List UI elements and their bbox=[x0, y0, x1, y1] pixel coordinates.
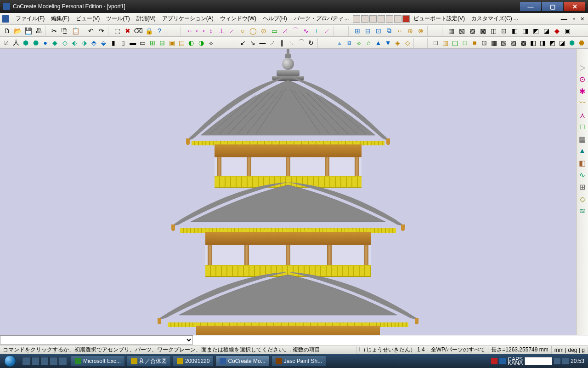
tray-network-icon[interactable] bbox=[554, 358, 560, 364]
right-tool-0-icon[interactable]: ▷ bbox=[578, 63, 587, 72]
construction-icon[interactable]: ⟋ bbox=[322, 26, 332, 36]
arc-icon[interactable]: ⌒ bbox=[290, 26, 300, 36]
start-button[interactable] bbox=[1, 355, 19, 368]
view-5-icon[interactable]: ◫ bbox=[488, 26, 498, 36]
sel-7-icon[interactable]: ▦ bbox=[489, 38, 498, 48]
menu-tool[interactable]: ツール(T) bbox=[103, 14, 132, 23]
dim-2-icon[interactable]: ⊕ bbox=[405, 26, 415, 36]
solid-4-icon[interactable]: ⬗ bbox=[79, 38, 89, 48]
toolbar-toggle-icon-3[interactable] bbox=[369, 15, 377, 23]
open-icon[interactable]: 📂 bbox=[12, 26, 23, 36]
sel-14-icon[interactable]: ◪ bbox=[558, 38, 567, 48]
select-icon[interactable]: ⬚ bbox=[112, 26, 122, 36]
gear-icon[interactable] bbox=[2, 15, 9, 23]
view-6-icon[interactable]: ⊡ bbox=[499, 26, 509, 36]
dim-1-icon[interactable]: ↔ bbox=[395, 26, 405, 36]
redo-icon[interactable]: ↷ bbox=[96, 26, 107, 36]
right-tool-8-icon[interactable]: ◧ bbox=[578, 158, 587, 167]
mod-1-icon[interactable]: ⟁ bbox=[335, 38, 344, 48]
close-button[interactable]: ✕ bbox=[564, 2, 585, 11]
view-3-icon[interactable]: ▨ bbox=[467, 26, 477, 36]
view-4-icon[interactable]: ▩ bbox=[478, 26, 488, 36]
menu-measure[interactable]: 計測(M) bbox=[134, 14, 158, 23]
taskbar-cocreate[interactable]: CoCreate Mo... bbox=[215, 356, 269, 367]
sel-3-icon[interactable]: ◫ bbox=[451, 38, 460, 48]
solid-6-icon[interactable]: ⬙ bbox=[99, 38, 108, 48]
view-7-icon[interactable]: ◧ bbox=[509, 26, 520, 36]
edge-8-icon[interactable]: ↻ bbox=[306, 38, 316, 48]
right-tool-2-icon[interactable]: ✱ bbox=[578, 86, 587, 96]
sel-15-icon[interactable]: ⬢ bbox=[567, 38, 577, 48]
copy-icon[interactable]: ⿻ bbox=[60, 26, 70, 36]
constraint-2-icon[interactable]: ⊟ bbox=[363, 26, 373, 36]
sel-4-icon[interactable]: □ bbox=[460, 38, 469, 48]
loft-icon[interactable]: ▭ bbox=[138, 38, 147, 48]
right-tool-3-icon[interactable]: 〰 bbox=[578, 98, 587, 108]
right-tool-5-icon[interactable]: □ bbox=[578, 122, 587, 132]
toolbar-toggle-icon-4[interactable] bbox=[378, 15, 385, 23]
toolbar-toggle-icon-2[interactable] bbox=[361, 15, 368, 23]
view-2-icon[interactable]: ▧ bbox=[457, 26, 467, 36]
right-tool-1-icon[interactable]: ⊙ bbox=[578, 75, 587, 84]
lock-icon[interactable]: 🔒 bbox=[144, 26, 154, 36]
delete-icon[interactable]: ⌫ bbox=[133, 26, 143, 36]
solid-5-icon[interactable]: ⬘ bbox=[90, 38, 99, 48]
mod-8-icon[interactable]: ◇ bbox=[403, 38, 412, 48]
line-tan-icon[interactable]: ⟋ bbox=[227, 26, 237, 36]
solid-cyl-icon[interactable]: ⬣ bbox=[31, 38, 40, 48]
view-12-icon[interactable]: ▣ bbox=[562, 26, 572, 36]
bool-2-icon[interactable]: ⊟ bbox=[158, 38, 167, 48]
dim-3-icon[interactable]: ⊗ bbox=[416, 26, 426, 36]
view-10-icon[interactable]: ◪ bbox=[541, 26, 551, 36]
solid-box-icon[interactable]: ⬢ bbox=[21, 38, 30, 48]
toolbar-toggle-icon-7[interactable] bbox=[402, 15, 410, 23]
taskbar-excel[interactable]: Microsoft Exc... bbox=[71, 356, 125, 367]
ql-4-icon[interactable] bbox=[50, 357, 58, 365]
menu-customize[interactable]: カスタマイズ(C) ... bbox=[469, 14, 521, 23]
ql-2-icon[interactable] bbox=[31, 357, 40, 365]
point-icon[interactable]: + bbox=[311, 26, 322, 36]
tray-clock[interactable]: 20:53 bbox=[571, 358, 584, 364]
cut-icon[interactable]: ✂ bbox=[49, 26, 59, 36]
viewport[interactable] bbox=[0, 49, 576, 335]
tray-icon-2[interactable] bbox=[499, 358, 506, 364]
menu-viewport-settings[interactable]: ビューポート設定(V) bbox=[411, 14, 468, 23]
menu-view[interactable]: ビュー(V) bbox=[73, 14, 102, 23]
undo-icon[interactable]: ↶ bbox=[86, 26, 96, 36]
edge-6-icon[interactable]: ⟍ bbox=[287, 38, 296, 48]
ql-3-icon[interactable] bbox=[40, 357, 49, 365]
sel-13-icon[interactable]: ◩ bbox=[548, 38, 557, 48]
solid-2-icon[interactable]: ◇ bbox=[60, 38, 69, 48]
constraint-3-icon[interactable]: ⊡ bbox=[373, 26, 384, 36]
edge-3-icon[interactable]: — bbox=[258, 38, 267, 48]
sel-16-icon[interactable]: ⬣ bbox=[577, 38, 586, 48]
mod-2-icon[interactable]: ⧈ bbox=[345, 38, 354, 48]
solid-3-icon[interactable]: ⬖ bbox=[70, 38, 79, 48]
line-vert-icon[interactable]: ↕ bbox=[206, 26, 216, 36]
edge-2-icon[interactable]: ↘ bbox=[248, 38, 257, 48]
right-tool-9-icon[interactable]: ∿ bbox=[578, 170, 587, 179]
menu-parts-properties[interactable]: パーツ・プロパティ ... bbox=[291, 14, 352, 23]
circle-3-icon[interactable]: ⊙ bbox=[259, 26, 269, 36]
taskbar-psp[interactable]: Jasc Paint Sh... bbox=[271, 356, 326, 367]
new-icon[interactable]: 🗋 bbox=[2, 26, 12, 36]
view-9-icon[interactable]: ◩ bbox=[531, 26, 541, 36]
line-2pt-icon[interactable]: ↔ bbox=[185, 26, 195, 36]
mod-4-icon[interactable]: ⌂ bbox=[364, 38, 373, 48]
spline-icon[interactable]: ∿ bbox=[301, 26, 311, 36]
sel-1-icon[interactable]: □ bbox=[431, 38, 440, 48]
ql-5-icon[interactable] bbox=[59, 357, 67, 365]
menu-help[interactable]: ヘルプ(H) bbox=[260, 14, 290, 23]
feature-1-icon[interactable]: ▣ bbox=[167, 38, 176, 48]
solid-1-icon[interactable]: ◆ bbox=[51, 38, 60, 48]
sub-close-button[interactable]: × bbox=[579, 15, 586, 23]
sel-5-icon[interactable]: ■ bbox=[470, 38, 479, 48]
toolbar-toggle-icon-5[interactable] bbox=[386, 15, 393, 23]
command-input[interactable] bbox=[0, 335, 193, 345]
polyline-icon[interactable]: ⩘ bbox=[280, 26, 290, 36]
right-tool-11-icon[interactable]: ◇ bbox=[578, 194, 587, 203]
sel-8-icon[interactable]: ▧ bbox=[499, 38, 509, 48]
ql-1-icon[interactable] bbox=[22, 357, 30, 365]
circle-icon[interactable]: ○ bbox=[237, 26, 248, 36]
mod-3-icon[interactable]: ⟐ bbox=[354, 38, 363, 48]
